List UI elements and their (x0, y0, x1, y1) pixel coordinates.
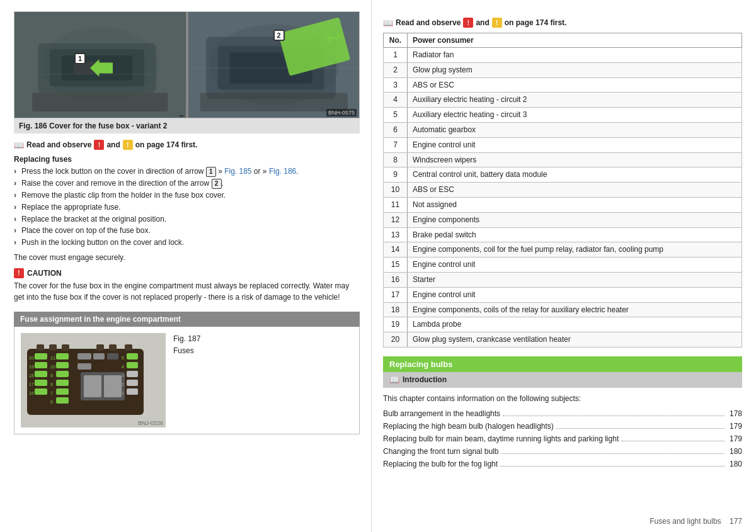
svg-rect-44 (84, 375, 101, 397)
icon-yellow-right: ! (492, 18, 502, 28)
toc-item: Bulb arrangement in the headlights178 (383, 408, 742, 419)
table-cell-no: 18 (384, 302, 408, 317)
svg-rect-37 (56, 388, 69, 395)
svg-rect-57 (49, 344, 57, 351)
introduction-header: 📖 Introduction (383, 372, 742, 388)
ref-fig185[interactable]: Fig. 185 (224, 167, 251, 176)
ref-fig186[interactable]: Fig. 186 (269, 167, 296, 176)
table-cell-no: 16 (384, 272, 408, 287)
fuse-fig-num: Fig. 187 (173, 333, 353, 345)
table-row: 4Auxiliary electric heating - circuit 2 (384, 93, 742, 108)
table-cell-no: 7 (384, 137, 408, 152)
svg-rect-14 (200, 93, 347, 111)
step-3: Remove the plastic clip from the holder … (14, 190, 360, 201)
svg-rect-22 (35, 353, 47, 359)
svg-text:5: 5 (122, 356, 124, 360)
table-cell-no: 19 (384, 317, 408, 332)
table-cell-no: 10 (384, 183, 408, 198)
svg-rect-38 (56, 397, 69, 404)
table-row: 18Engine components, coils of the relay … (384, 302, 742, 317)
intro-text: This chapter contains information on the… (383, 393, 742, 404)
svg-rect-53 (127, 371, 138, 377)
table-cell-no: 14 (384, 242, 408, 258)
table-cell-consumer: Engine components, coil for the fuel pum… (408, 242, 742, 258)
svg-text:6: 6 (50, 400, 53, 404)
table-cell-consumer: Auxiliary electric heating - circuit 2 (408, 93, 742, 108)
table-cell-no: 8 (384, 152, 408, 167)
svg-rect-60 (109, 344, 117, 351)
svg-rect-58 (62, 344, 69, 351)
fig-code-left (180, 115, 183, 116)
table-cell-consumer: Starter (408, 272, 742, 287)
footer-text: Fuses and light bulbs (650, 517, 721, 526)
svg-rect-34 (56, 362, 69, 368)
svg-rect-26 (35, 388, 47, 395)
svg-text:9: 9 (50, 373, 53, 378)
fig-images: 1 ↩ 2 BNH-0575 (14, 11, 360, 118)
step-2: Raise the cover and remove in the direct… (14, 178, 360, 189)
book-icon-left: 📖 (14, 140, 24, 150)
read-observe-prefix: Read and observe (26, 140, 91, 149)
read-observe-suffix-right: on page 174 first. (505, 18, 567, 27)
svg-rect-23 (35, 362, 47, 368)
toc-item: Replacing the bulb for the fog light180 (383, 458, 742, 470)
svg-rect-7 (32, 93, 168, 111)
caution-icon: ! (14, 268, 24, 278)
table-row: 12Engine components (384, 212, 742, 227)
fuse-assignment-body: 20 19 18 17 16 11 10 9 8 7 (14, 327, 360, 434)
table-cell-no: 15 (384, 258, 408, 273)
toc-item: Changing the front turn signal bulb180 (383, 446, 742, 457)
table-cell-no: 5 (384, 108, 408, 123)
icon-red-right: ! (463, 18, 473, 28)
table-cell-consumer: Central control unit, battery data modul… (408, 167, 742, 183)
table-row: 6Automatic gearbox (384, 122, 742, 137)
table-row: 9Central control unit, battery data modu… (384, 167, 742, 183)
read-observe-right: 📖 Read and observe ! and ! on page 174 f… (383, 18, 742, 28)
toc-label: Replacing the high beam bulb (halogen he… (383, 421, 554, 432)
table-cell-consumer: Lambda probe (408, 317, 742, 332)
toc-label: Changing the front turn signal bulb (383, 446, 498, 457)
toc-dots (503, 416, 724, 416)
toc-item: Replacing bulb for main beam, daytime ru… (383, 433, 742, 444)
table-row: 20Glow plug system, crankcase ventilatio… (384, 332, 742, 348)
svg-text:18: 18 (29, 373, 34, 378)
table-cell-no: 3 (384, 77, 408, 93)
toc-page: 179 (727, 433, 742, 444)
read-observe-left: 📖 Read and observe ! and ! on page 174 f… (14, 140, 360, 150)
table-cell-no: 17 (384, 287, 408, 302)
fuse-code: BNJ-0226 (138, 420, 163, 426)
table-row: 7Engine control unit (384, 137, 742, 152)
cover-note: The cover must engage securely. (14, 252, 360, 263)
svg-text:11: 11 (50, 356, 55, 360)
fig-image-right: ↩ 2 BNH-0575 (188, 12, 360, 118)
toc-dots (501, 453, 724, 454)
svg-rect-33 (56, 353, 69, 359)
table-cell-no: 13 (384, 227, 408, 242)
svg-rect-39 (77, 353, 91, 359)
svg-rect-45 (104, 375, 122, 397)
toc-label: Replacing the bulb for the fog light (383, 458, 498, 470)
table-row: 14Engine components, coil for the fuel p… (384, 242, 742, 258)
table-row: 3ABS or ESC (384, 77, 742, 93)
fuse-table-body: 1Radiator fan2Glow plug system3ABS or ES… (384, 48, 742, 348)
left-column: 1 ↩ 2 BNH-0575 Fig. 186 Cover fo (0, 0, 372, 532)
table-cell-consumer: Automatic gearbox (408, 122, 742, 137)
introduction-heading: Introduction (403, 375, 447, 384)
svg-rect-41 (93, 353, 105, 359)
table-cell-no: 4 (384, 93, 408, 108)
caution-header: ! CAUTION (14, 268, 360, 278)
table-cell-consumer: Windscreen wipers (408, 152, 742, 167)
table-cell-consumer: Engine components (408, 212, 742, 227)
table-cell-consumer: Glow plug system (408, 62, 742, 77)
svg-text:1: 1 (122, 391, 124, 395)
svg-text:10: 10 (50, 365, 55, 369)
svg-rect-54 (127, 380, 138, 386)
svg-rect-61 (125, 344, 132, 351)
table-row: 11Not assigned (384, 197, 742, 212)
icon-yellow-left: ! (123, 140, 133, 150)
step-7: Push in the locking button on the cover … (14, 237, 360, 248)
step-5: Replace the bracket at the original posi… (14, 214, 360, 225)
svg-rect-56 (37, 344, 44, 351)
fig-caption-num: Fig. 186 (19, 122, 47, 130)
table-cell-consumer: Radiator fan (408, 48, 742, 63)
